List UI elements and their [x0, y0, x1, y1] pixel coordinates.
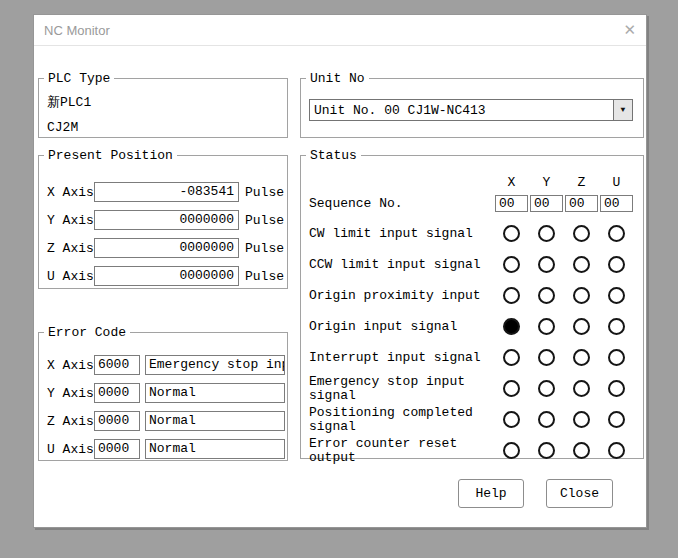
status-dot — [538, 287, 555, 304]
status-legend: Status — [306, 148, 361, 163]
sequence-label: Sequence No. — [309, 196, 494, 211]
error-code-field: 0000 — [94, 439, 140, 459]
axis-label: U Axis — [47, 442, 94, 457]
plc-type-legend: PLC Type — [44, 71, 114, 86]
status-dot — [503, 380, 520, 397]
status-dot — [573, 318, 590, 335]
status-dot — [538, 349, 555, 366]
error-code-legend: Error Code — [44, 325, 130, 340]
status-dot — [608, 256, 625, 273]
status-dot — [538, 225, 555, 242]
axis-label: Z Axis — [47, 241, 94, 256]
axis-label: Y Axis — [47, 386, 94, 401]
status-dot — [503, 411, 520, 428]
status-signal-row: Positioning completed signal — [309, 404, 643, 435]
sequence-value-field: 00 — [495, 195, 528, 212]
axis-label: X Axis — [47, 185, 94, 200]
status-dot — [503, 442, 520, 459]
error-code-group: Error Code X Axis 6000 Emergency stop in… — [38, 325, 288, 461]
status-dot — [538, 380, 555, 397]
close-button[interactable]: Close — [546, 479, 613, 508]
position-value-field: -083541 — [94, 182, 239, 202]
status-dot — [503, 349, 520, 366]
signal-label: CW limit input signal — [309, 227, 494, 241]
sequence-row: Sequence No. 00 00 00 00 — [309, 193, 643, 213]
status-signal-row: Emergency stop input signal — [309, 373, 643, 404]
signal-label: Origin input signal — [309, 320, 494, 334]
dropdown-button[interactable]: ▼ — [613, 100, 632, 120]
position-value-field: 0000000 — [94, 238, 239, 258]
error-desc-field: Normal — [145, 383, 285, 403]
error-row-u: U Axis 0000 Normal — [47, 439, 287, 459]
nc-monitor-dialog: NC Monitor ✕ PLC Type 新PLC1 CJ2M Unit No… — [33, 14, 647, 528]
unit-select[interactable]: Unit No. 00 CJ1W-NC413 ▼ — [309, 99, 633, 121]
status-dot — [503, 256, 520, 273]
status-dot — [538, 318, 555, 335]
status-column-headers: X Y Z U — [309, 175, 643, 189]
status-dot — [608, 318, 625, 335]
axis-label: Y Axis — [47, 213, 94, 228]
error-desc-field: Emergency stop inpu — [145, 355, 285, 375]
position-row-y: Y Axis 0000000 Pulse — [47, 210, 287, 230]
error-row-x: X Axis 6000 Emergency stop inpu — [47, 355, 287, 375]
sequence-value-field: 00 — [565, 195, 598, 212]
status-dot — [573, 380, 590, 397]
status-dot — [538, 411, 555, 428]
status-signal-row: Error counter reset output — [309, 435, 643, 466]
sequence-value-field: 00 — [600, 195, 633, 212]
error-desc-field: Normal — [145, 411, 285, 431]
status-dot — [573, 349, 590, 366]
signal-label: Emergency stop input signal — [309, 375, 494, 403]
status-dot — [538, 442, 555, 459]
status-dot — [503, 287, 520, 304]
signal-label: Interrupt input signal — [309, 351, 494, 365]
status-signal-row: CCW limit input signal — [309, 249, 643, 280]
status-dot — [503, 225, 520, 242]
status-dot — [573, 411, 590, 428]
close-icon[interactable]: ✕ — [623, 21, 636, 39]
status-signal-row: Interrupt input signal — [309, 342, 643, 373]
column-header-u: U — [599, 175, 634, 189]
unit-label: Pulse — [245, 185, 284, 200]
error-code-field: 0000 — [94, 411, 140, 431]
window-title: NC Monitor — [44, 23, 110, 38]
unit-label: Pulse — [245, 213, 284, 228]
column-header-y: Y — [529, 175, 564, 189]
unit-no-legend: Unit No — [306, 71, 369, 86]
plc-type-group: PLC Type 新PLC1 CJ2M — [38, 71, 288, 138]
unit-no-group: Unit No Unit No. 00 CJ1W-NC413 ▼ — [300, 71, 644, 138]
status-dot — [573, 225, 590, 242]
status-dot — [573, 287, 590, 304]
axis-label: Z Axis — [47, 414, 94, 429]
position-row-u: U Axis 0000000 Pulse — [47, 266, 287, 286]
unit-label: Pulse — [245, 269, 284, 284]
status-signal-row: Origin input signal — [309, 311, 643, 342]
present-position-group: Present Position X Axis -083541 Pulse Y … — [38, 148, 288, 289]
position-row-z: Z Axis 0000000 Pulse — [47, 238, 287, 258]
error-desc-field: Normal — [145, 439, 285, 459]
column-header-z: Z — [564, 175, 599, 189]
signal-label: Error counter reset output — [309, 437, 494, 465]
status-dot — [608, 349, 625, 366]
status-signal-row: CW limit input signal — [309, 218, 643, 249]
status-dot — [608, 287, 625, 304]
signal-label: CCW limit input signal — [309, 258, 494, 272]
position-value-field: 0000000 — [94, 266, 239, 286]
titlebar: NC Monitor ✕ — [34, 15, 646, 46]
chevron-down-icon: ▼ — [621, 106, 626, 114]
error-row-z: Z Axis 0000 Normal — [47, 411, 287, 431]
column-header-x: X — [494, 175, 529, 189]
error-row-y: Y Axis 0000 Normal — [47, 383, 287, 403]
help-button[interactable]: Help — [458, 479, 524, 508]
position-value-field: 0000000 — [94, 210, 239, 230]
error-code-field: 0000 — [94, 383, 140, 403]
error-code-field: 6000 — [94, 355, 140, 375]
status-dot — [608, 442, 625, 459]
plc-model: CJ2M — [47, 115, 287, 140]
position-row-x: X Axis -083541 Pulse — [47, 182, 287, 202]
present-position-legend: Present Position — [44, 148, 177, 163]
status-dot — [573, 256, 590, 273]
signal-label: Positioning completed signal — [309, 406, 494, 434]
signal-label: Origin proximity input — [309, 289, 494, 303]
status-dot — [608, 380, 625, 397]
